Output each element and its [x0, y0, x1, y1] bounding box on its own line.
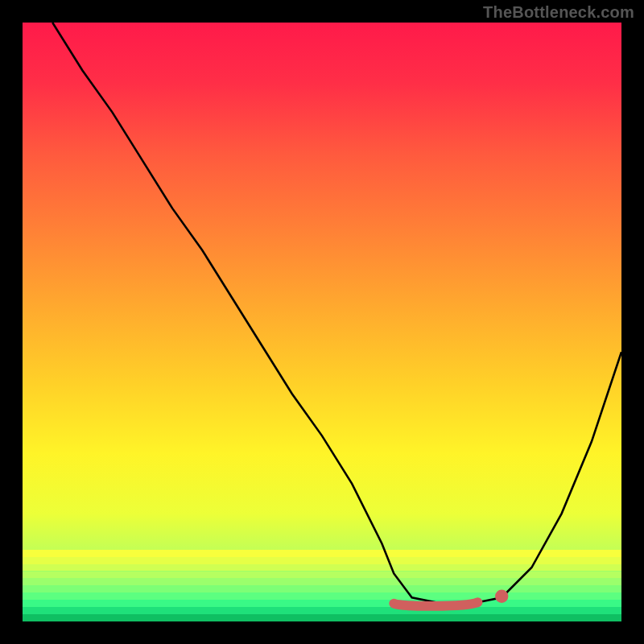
- watermark-text: TheBottleneck.com: [483, 3, 634, 22]
- optimal-marker-dot: [495, 590, 508, 603]
- optimal-marker: [23, 23, 621, 621]
- chart-container: TheBottleneck.com: [0, 0, 644, 644]
- plot-area: [23, 23, 621, 621]
- optimal-marker-path: [394, 602, 477, 606]
